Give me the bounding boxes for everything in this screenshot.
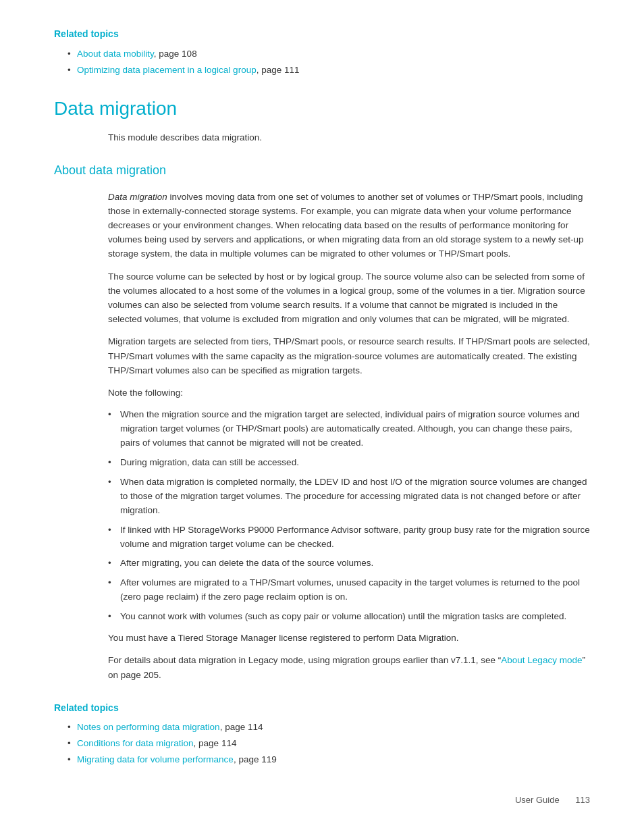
list-item: Conditions for data migration, page 114 (68, 737, 590, 751)
optimizing-data-placement-link[interactable]: Optimizing data placement in a logical g… (77, 65, 257, 75)
about-paragraph-1: Data migration involves moving data from… (108, 190, 590, 261)
page: Related topics About data mobility, page… (0, 0, 644, 834)
migrating-data-link[interactable]: Migrating data for volume performance (77, 754, 234, 764)
footer: User Guide 113 (502, 793, 590, 807)
about-data-migration-title: About data migration (54, 161, 590, 180)
list-item: During migration, data can still be acce… (108, 456, 590, 470)
page-ref: , page 111 (257, 65, 300, 75)
tiered-storage-note: You must have a Tiered Storage Manager l… (108, 631, 590, 645)
list-item: Migrating data for volume performance, p… (68, 753, 590, 767)
list-item: When data migration is completed normall… (108, 475, 590, 518)
notes-on-performing-link[interactable]: Notes on performing data migration (77, 722, 220, 732)
page-ref: , page 108 (154, 49, 197, 59)
list-item: If linked with HP StorageWorks P9000 Per… (108, 523, 590, 552)
legacy-mode-note: For details about data migration in Lega… (108, 653, 590, 681)
bullets-list: When the migration source and the migrat… (108, 408, 590, 624)
bottom-related-topics-heading: Related topics (54, 701, 590, 716)
bottom-related-topics-section: Related topics Notes on performing data … (54, 701, 590, 767)
about-paragraph-2: The source volume can be selected by hos… (108, 269, 590, 327)
footer-page-number: 113 (575, 795, 590, 805)
legacy-note-before: For details about data migration in Lega… (108, 655, 501, 665)
list-item: When the migration source and the migrat… (108, 408, 590, 450)
page-ref: , page 119 (234, 754, 277, 764)
list-item: About data mobility, page 108 (68, 47, 590, 61)
top-related-list: About data mobility, page 108 Optimizing… (54, 47, 590, 78)
page-ref: , page 114 (194, 738, 237, 748)
footer-label: User Guide (515, 795, 560, 805)
list-item: You cannot work with volumes (such as co… (108, 610, 590, 624)
italic-term: Data migration (108, 192, 167, 202)
conditions-for-migration-link[interactable]: Conditions for data migration (77, 738, 194, 748)
about-legacy-mode-link[interactable]: About Legacy mode (501, 655, 582, 665)
data-migration-title: Data migration (54, 94, 590, 123)
list-item: After migrating, you can delete the data… (108, 556, 590, 571)
list-item: After volumes are migrated to a THP/Smar… (108, 576, 590, 604)
note-following: Note the following: (108, 386, 590, 400)
about-paragraph-3: Migration targets are selected from tier… (108, 334, 590, 377)
list-item: Notes on performing data migration, page… (68, 721, 590, 735)
section-intro: This module describes data migration. (108, 131, 590, 145)
page-ref: , page 114 (220, 722, 263, 732)
list-item: Optimizing data placement in a logical g… (68, 63, 590, 78)
bottom-related-list: Notes on performing data migration, page… (54, 721, 590, 767)
paragraph-text: involves moving data from one set of vol… (108, 192, 584, 259)
top-related-topics-section: Related topics About data mobility, page… (54, 27, 590, 78)
about-data-mobility-link[interactable]: About data mobility (77, 49, 154, 59)
migration-bullets: When the migration source and the migrat… (108, 408, 590, 624)
top-related-topics-heading: Related topics (54, 27, 590, 42)
